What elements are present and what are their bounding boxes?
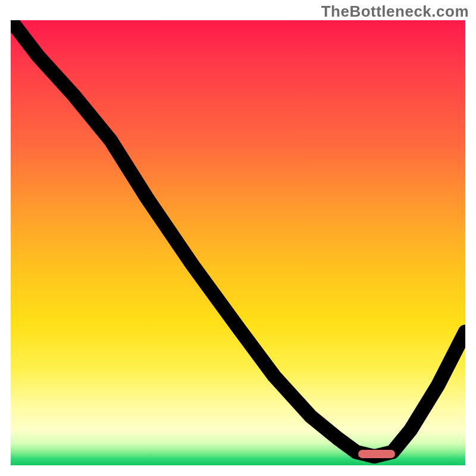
- curve-svg: [11, 20, 465, 465]
- watermark-text: TheBottleneck.com: [321, 2, 469, 21]
- bottleneck-curve: [11, 20, 465, 456]
- plot-area: [11, 20, 465, 465]
- optimal-range-marker: [358, 450, 394, 458]
- chart-stage: TheBottleneck.com: [0, 0, 476, 476]
